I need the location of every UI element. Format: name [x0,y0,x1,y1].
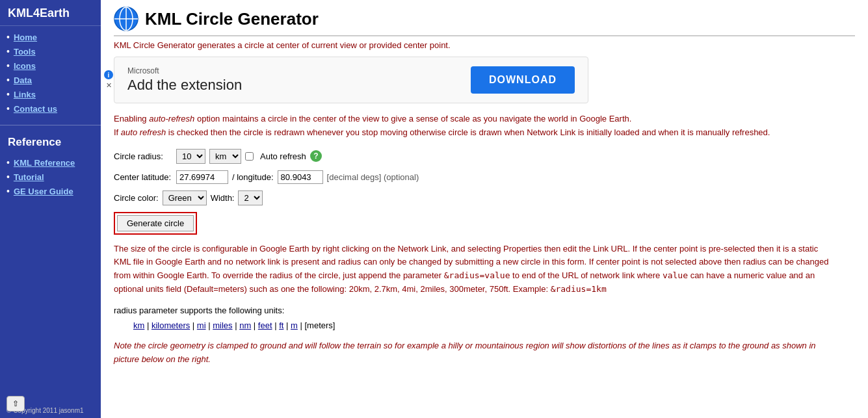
page-subtitle: KML Circle Generator generates a circle … [114,40,855,50]
unit-miles-link[interactable]: miles [213,320,232,330]
page-header: KML Circle Generator [114,7,855,36]
radius-row: Circle radius: 10 5 1 20 km mi nm ft m A… [114,149,855,164]
note-text: Note the circle geometry is clamped to g… [114,339,829,367]
generate-button-wrapper: Generate circle [114,212,197,235]
sidebar-link-tutorial[interactable]: Tutorial [14,172,44,182]
sidebar-item-ge-user-guide[interactable]: GE User Guide [0,184,101,198]
kml4earth-logo-icon [114,7,138,31]
units-list: km | kilometers | mi | miles | nm | feet… [133,320,855,330]
sidebar-reference-title: Reference [0,131,101,151]
generate-circle-button[interactable]: Generate circle [117,215,194,231]
main-content: KML Circle Generator KML Circle Generato… [101,0,868,418]
latitude-input[interactable] [176,170,228,184]
sidebar-item-contact[interactable]: Contact us [0,101,101,116]
sidebar-divider [0,125,101,125]
ad-publisher: Microsoft [127,66,242,75]
sidebar-link-links[interactable]: Links [14,90,36,99]
auto-refresh-label: Auto refresh [260,151,306,161]
unit-m-link[interactable]: m [291,320,298,330]
lat-label: Center latitude: [114,172,172,182]
page-title: KML Circle Generator [145,9,319,29]
unit-meters-bracket: [meters] [304,320,335,330]
sidebar-item-icons[interactable]: Icons [0,59,101,73]
sidebar-link-data[interactable]: Data [14,75,32,85]
unit-nm-link[interactable]: nm [239,320,251,330]
color-select[interactable]: Green Red Blue Yellow White [163,190,207,205]
sidebar-main-nav: Home Tools Icons Data Links Contact us [0,26,101,120]
description-line2: If auto refresh is checked then the circ… [114,126,829,140]
unit-mi-link[interactable]: mi [197,320,206,330]
auto-refresh-checkbox[interactable] [245,152,254,161]
color-row: Circle color: Green Red Blue Yellow Whit… [114,190,855,205]
units-heading: radius parameter supports the following … [114,306,855,315]
width-select[interactable]: 2 1 3 4 5 [238,190,263,205]
unit-km-link[interactable]: km [133,320,144,330]
longitude-input[interactable] [278,170,323,184]
sidebar-item-kml-reference[interactable]: KML Reference [0,155,101,170]
sidebar-item-home[interactable]: Home [0,30,101,44]
description: Enabling auto-refresh option maintains a… [114,112,829,140]
sidebar-item-tutorial[interactable]: Tutorial [0,170,101,184]
width-label: Width: [211,193,235,203]
color-label: Circle color: [114,193,159,203]
sidebar-link-tools[interactable]: Tools [14,47,36,57]
unit-select[interactable]: km mi nm ft m [209,149,241,164]
ad-download-button[interactable]: DOWNLOAD [471,66,575,94]
ad-banner: i ✕ Microsoft Add the extension DOWNLOAD [114,57,588,103]
sidebar-link-kml-reference[interactable]: KML Reference [14,158,75,168]
unit-ft-link[interactable]: ft [279,320,283,330]
sidebar-item-tools[interactable]: Tools [0,44,101,59]
ad-banner-left: Microsoft Add the extension [127,66,242,94]
sidebar-title: KML4Earth [0,0,101,26]
sidebar-link-ge-user-guide[interactable]: GE User Guide [14,187,73,196]
ad-close-icons: i ✕ [104,70,113,90]
ad-info-icon[interactable]: i [104,70,113,79]
sidebar-item-links[interactable]: Links [0,87,101,101]
scroll-to-top-button[interactable]: ⇧ [7,396,25,411]
sidebar-link-home[interactable]: Home [14,33,37,42]
sidebar: KML4Earth Home Tools Icons Data Links Co… [0,0,101,418]
radius-select[interactable]: 10 5 1 20 [176,149,205,164]
lon-label: / longitude: [232,172,274,182]
optional-text: [decimal degs] (optional) [327,172,419,182]
unit-kilometers-link[interactable]: kilometers [151,320,190,330]
ad-text: Add the extension [127,77,242,94]
sidebar-item-data[interactable]: Data [0,73,101,87]
ad-close-icon[interactable]: ✕ [104,81,113,90]
radius-label: Circle radius: [114,151,172,161]
description-line1: Enabling auto-refresh option maintains a… [114,112,829,126]
sidebar-reference-nav: KML Reference Tutorial GE User Guide [0,151,101,202]
sidebar-link-contact[interactable]: Contact us [14,104,57,114]
latlon-row: Center latitude: / longitude: [decimal d… [114,170,855,184]
sidebar-link-icons[interactable]: Icons [14,61,36,71]
unit-feet-link[interactable]: feet [258,320,272,330]
help-icon[interactable]: ? [310,150,322,162]
info-text: The size of the circle is configurable i… [114,242,829,296]
